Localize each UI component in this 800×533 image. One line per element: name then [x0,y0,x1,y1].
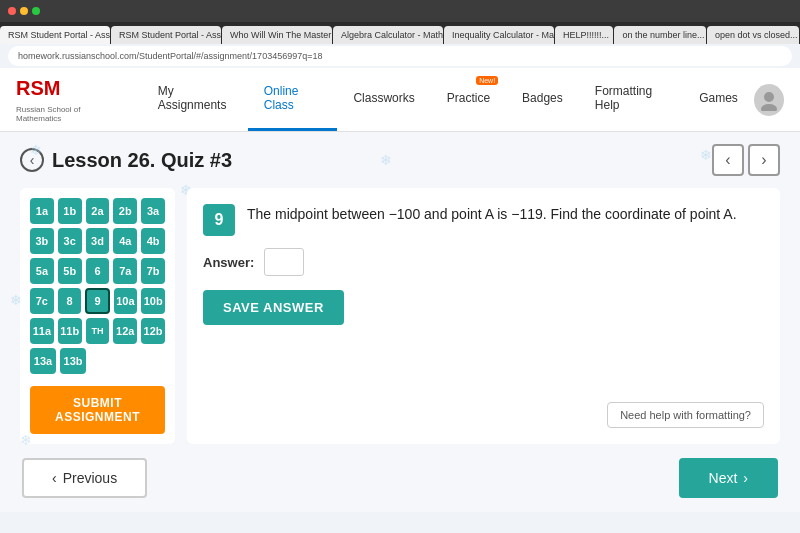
nav-item-classworks[interactable]: Classworks [337,68,430,131]
grid-cell-13b[interactable]: 13b [60,348,86,374]
grid-row-4: 7c 8 9 10a 10b [30,288,165,314]
grid-cell-2b[interactable]: 2b [113,198,137,224]
grid-cell-8[interactable]: 8 [58,288,82,314]
bottom-nav: ‹ Previous Next › [20,458,780,498]
grid-cell-6[interactable]: 6 [86,258,110,284]
grid-cell-5b[interactable]: 5b [58,258,82,284]
grid-row-5: 11a 11b TH 12a 12b [30,318,165,344]
grid-cell-4a[interactable]: 4a [113,228,137,254]
nav-items: My Assignments Online Class Classworks N… [142,68,754,131]
tab-3[interactable]: Who Will Win The Master B... [222,26,332,44]
answer-input[interactable] [264,248,304,276]
grid-cell-10a[interactable]: 10a [114,288,138,314]
nav-label-badges: Badges [522,91,563,105]
submit-assignment-button[interactable]: SUBMIT ASSIGNMENT [30,386,165,434]
grid-cell-12a[interactable]: 12a [113,318,137,344]
question-text: The midpoint between −100 and point A is… [247,204,737,225]
tab-4[interactable]: Algebra Calculator - MathP... [333,26,443,44]
nav-label-my-assignments: My Assignments [158,84,232,112]
grid-row-3: 5a 5b 6 7a 7b [30,258,165,284]
nav-item-practice[interactable]: New! Practice [431,68,506,131]
next-button[interactable]: Next › [679,458,778,498]
nav-item-games[interactable]: Games [683,68,754,131]
answer-row: Answer: [203,248,764,276]
lesson-header: ‹ Lesson 26. Quiz #3 ‹ › [20,144,780,176]
previous-button[interactable]: ‹ Previous [22,458,147,498]
grid-cell-12b[interactable]: 12b [141,318,165,344]
grid-row-6: 13a 13b [30,348,165,374]
nav-item-badges[interactable]: Badges [506,68,579,131]
grid-cell-1b[interactable]: 1b [58,198,82,224]
grid-cell-3d[interactable]: 3d [86,228,110,254]
url-text: homework.russianschool.com/StudentPortal… [18,51,322,61]
answer-label: Answer: [203,255,254,270]
question-number-badge: 9 [203,204,235,236]
tab-8[interactable]: open dot vs closed... [707,26,799,44]
grid-cell-13a[interactable]: 13a [30,348,56,374]
grid-cell-3c[interactable]: 3c [58,228,82,254]
nav-label-formatting-help: Formatting Help [595,84,667,112]
tab-2[interactable]: RSM Student Portal - Assig... [111,26,221,44]
grid-cell-11b[interactable]: 11b [58,318,82,344]
grid-cell-7a[interactable]: 7a [113,258,137,284]
grid-row-1: 1a 1b 2a 2b 3a [30,198,165,224]
grid-cell-4b[interactable]: 4b [141,228,165,254]
nav-label-classworks: Classworks [353,91,414,105]
grid-row-2: 3b 3c 3d 4a 4b [30,228,165,254]
next-label: Next [709,470,738,486]
maximize-dot[interactable] [32,7,40,15]
grid-cell-1a[interactable]: 1a [30,198,54,224]
nav-label-games: Games [699,91,738,105]
rsm-logo: RSM Russian School of Mathematics [16,77,122,123]
logo-text: RSM [16,77,122,105]
nav-label-practice: Practice [447,91,490,105]
back-button[interactable]: ‹ [20,148,44,172]
close-dot[interactable] [8,7,16,15]
main-content: ❄ ❄ ❄ ❄ ❄ ❄ ❄ ❄ ❄ ❄ ‹ Lesson 26. Quiz #3… [0,132,800,512]
grid-cell-5a[interactable]: 5a [30,258,54,284]
grid-cell-th[interactable]: TH [86,318,110,344]
lesson-title: Lesson 26. Quiz #3 [52,149,704,172]
grid-cell-2a[interactable]: 2a [86,198,110,224]
save-answer-button[interactable]: SAVE ANSWER [203,290,344,325]
grid-cell-7b[interactable]: 7b [141,258,165,284]
grid-cell-9[interactable]: 9 [85,288,109,314]
question-panel: 9 The midpoint between −100 and point A … [187,188,780,444]
tab-6[interactable]: HELP!!!!!!... [555,26,613,44]
main-nav: RSM Russian School of Mathematics My Ass… [0,68,800,132]
logo-subtitle: Russian School of Mathematics [16,105,122,123]
svg-point-1 [764,92,774,102]
prev-label: Previous [63,470,117,486]
next-arrow-button[interactable]: › [748,144,780,176]
svg-point-2 [761,104,777,111]
prev-arrow-button[interactable]: ‹ [712,144,744,176]
svg-text:RSM: RSM [16,77,60,99]
grid-cell-11a[interactable]: 11a [30,318,54,344]
nav-item-online-class[interactable]: Online Class [248,68,338,131]
content-area: 1a 1b 2a 2b 3a 3b 3c 3d 4a 4b 5a 5b 6 7a… [20,188,780,444]
nav-item-my-assignments[interactable]: My Assignments [142,68,248,131]
prev-arrow-icon: ‹ [52,470,57,486]
user-avatar[interactable] [754,84,784,116]
grid-cell-10b[interactable]: 10b [141,288,165,314]
nav-item-formatting-help[interactable]: Formatting Help [579,68,683,131]
grid-cell-7c[interactable]: 7c [30,288,54,314]
grid-cell-3b[interactable]: 3b [30,228,54,254]
tab-active[interactable]: RSM Student Portal - Assig... [0,26,110,44]
question-grid: 1a 1b 2a 2b 3a 3b 3c 3d 4a 4b 5a 5b 6 7a… [20,188,175,444]
lesson-nav-arrows: ‹ › [712,144,780,176]
new-badge: New! [476,76,498,85]
tab-bar: RSM Student Portal - Assig... RSM Studen… [0,22,800,44]
address-bar[interactable]: homework.russianschool.com/StudentPortal… [8,46,792,66]
minimize-dot[interactable] [20,7,28,15]
tab-7[interactable]: on the number line... [614,26,706,44]
next-arrow-icon: › [743,470,748,486]
nav-label-online-class: Online Class [264,84,322,112]
browser-bar [0,0,800,22]
help-formatting-button[interactable]: Need help with formatting? [607,402,764,428]
tab-5[interactable]: Inequality Calculator - Math... [444,26,554,44]
grid-cell-3a[interactable]: 3a [141,198,165,224]
